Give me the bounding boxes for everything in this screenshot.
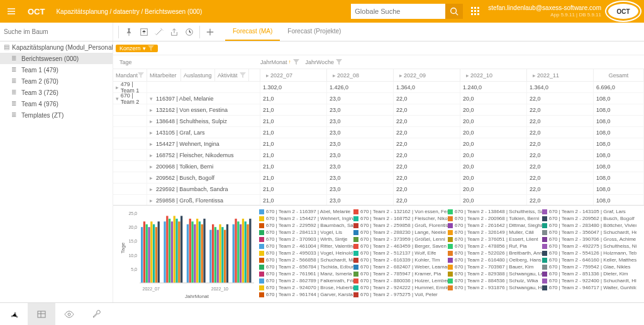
view-eye-icon[interactable] (55, 303, 83, 326)
legend-item[interactable]: 670 | Team 2 - 283480 | Böttcher, Vivien… (542, 223, 636, 228)
legend-item[interactable]: 670 | Team 2 - 168752 | Fleischer, Nikod… (353, 216, 448, 221)
legend-item[interactable]: 670 | Team 2 - 566858 | Schuchardt, Math… (259, 257, 353, 263)
legend-item[interactable]: 670 | Team 2 - 924070 | Brose, Hubertine (259, 285, 353, 290)
add-icon[interactable] (203, 25, 218, 40)
view-chart-icon[interactable] (0, 303, 28, 326)
period-header[interactable]: ▸2022_11 (527, 69, 594, 81)
legend-item[interactable]: 670 | Team 2 - 478856 | Ruf, Pia (448, 243, 542, 249)
table-row[interactable]: ▾670 | Team 2▾116397 | Abel, Melanie21,0… (113, 93, 644, 104)
tree-item[interactable]: ≣Templates (ZT) (0, 109, 113, 121)
table-row[interactable]: ▸200968 | Tolkien, Berni21,023,022,020,0… (113, 161, 644, 172)
legend-item[interactable]: 670 | Team 2 - 229592 | Baumbach, Sandra (259, 223, 353, 228)
legend-item[interactable]: 670 | Team 2 - 922400 | Schuchardt, Hilt… (542, 278, 636, 284)
legend-item[interactable]: 670 | Team 2 - 143105 | Graf, Lars (542, 209, 636, 214)
legend-item[interactable]: 670 | Team 2 - 703987 | Bauer, Kim (448, 264, 542, 270)
period-header[interactable]: ▸2022_07 (260, 69, 327, 81)
legend-item[interactable]: 670 | Team 2 - 975275 | Voll, Peter (353, 292, 448, 297)
period-header[interactable]: ▸2022_08 (327, 69, 394, 81)
search-button[interactable] (445, 4, 463, 19)
legend-item[interactable]: 670 | Team 2 - 259858 | Groß, Florentiss… (353, 223, 448, 228)
legend-item[interactable]: 670 | Team 2 - 829388 | Schwangau, Lele (448, 271, 542, 277)
col-header-auslastung[interactable]: Auslastung (181, 69, 215, 81)
legend-item[interactable]: 670 | Team 2 - 682407 | Weber, Leamara (353, 264, 448, 270)
table-row[interactable]: ▸209562 | Busch, Bogolf21,023,022,020,02… (113, 172, 644, 184)
legend-item[interactable]: 670 | Team 2 - 461004 | Ritter, Valentin… (259, 243, 353, 249)
stack-icon: ≣ (11, 89, 19, 96)
legend-item[interactable]: 670 | Team 2 - 132162 | Von essen, Festi… (353, 209, 448, 214)
legend-item[interactable]: 670 | Team 2 - 116397 | Abel, Melanie (259, 209, 353, 214)
tree-item[interactable]: ≣Team 4 (976) (0, 98, 113, 109)
legend-item[interactable]: 670 | Team 2 - 759542 | Glae, Nikles (542, 264, 636, 270)
col-jahrmonat[interactable]: JahrMonat↑ (260, 59, 299, 65)
table-row[interactable]: ▸259858 | Groß, Florentissa21,023,022,02… (113, 195, 644, 205)
export-icon[interactable] (167, 25, 182, 40)
table-row[interactable]: ▸229592 | Baumbach, Sandra21,023,022,020… (113, 184, 644, 195)
legend-item[interactable]: 670 | Team 2 - 851336 | Dieter, Kim (542, 271, 636, 277)
global-search-input[interactable] (351, 4, 445, 19)
legend-item[interactable]: 670 | Team 2 - 880036 | Holzer, Lembert (353, 278, 448, 284)
pin-icon[interactable] (121, 25, 136, 40)
legend-item[interactable]: 670 | Team 2 - 522026 | Breitbarth, Anna… (448, 250, 542, 256)
legend-item[interactable]: 670 | Team 2 - 656784 | Tschida, Edburga (259, 264, 353, 270)
legend-item[interactable]: 670 | Team 2 - 200968 | Tolkien, Berni (448, 216, 542, 221)
legend-item[interactable]: 670 | Team 2 - 261642 | Dittmar, Sieghar… (448, 223, 542, 228)
tree-item[interactable]: ≣Team 1 (479) (0, 64, 113, 75)
legend-item[interactable]: 670 | Team 2 - 616339 | Kohler, Tim (353, 257, 448, 263)
table-row[interactable]: ▸154427 | Wehnert, Ingina21,023,022,020,… (113, 138, 644, 150)
legend-item[interactable]: 670 | Team 2 - 946717 | Walter, Gunhild (542, 285, 636, 290)
legend-item[interactable]: 670 | Team 2 - 924222 | Hummel, Emrine (353, 285, 448, 290)
legend-item[interactable]: 670 | Team 2 - 862789 | Falkenrath, Frin… (259, 278, 353, 284)
legend-item[interactable]: 670 | Team 2 - 154427 | Wehnert, Ingina (259, 216, 353, 221)
legend-item[interactable]: 670 | Team 2 - 961744 | Garver, Karsta (259, 292, 353, 297)
tree-item[interactable]: ≣Team 3 (726) (0, 87, 113, 98)
history-icon[interactable] (182, 25, 197, 40)
tree-search-input[interactable] (4, 25, 109, 38)
legend-item[interactable]: 670 | Team 2 - 884536 | Schulz, Wika (448, 278, 542, 284)
legend-item[interactable]: 670 | Team 2 - 376051 | Essert, Lilent (448, 236, 542, 242)
hamburger-icon[interactable] (4, 4, 19, 19)
period-header[interactable]: ▸2022_09 (394, 69, 460, 81)
settings-icon[interactable] (136, 25, 152, 40)
legend-item[interactable]: 670 | Team 2 - 495033 | Vogel, Heinold (259, 250, 353, 256)
legend-item[interactable]: 670 | Team 2 - 390706 | Gross, Achime (542, 236, 636, 242)
tree-item[interactable]: ≣Team 2 (670) (0, 75, 113, 87)
legend-item[interactable]: 670 | Team 2 - 138648 | Schultheiss, Sul… (448, 209, 542, 214)
tab-forecast-projekte[interactable]: Forecast (Projekte) (280, 23, 348, 41)
legend-item[interactable]: 670 | Team 2 - 209562 | Busch, Bogolf (542, 216, 636, 221)
legend-item[interactable]: 670 | Team 2 - 785947 | Kramer, Pia (353, 271, 448, 277)
table-row[interactable]: ▸138648 | Schultheiss, Sulpiz21,023,022,… (113, 116, 644, 127)
table-row[interactable]: ▸143105 | Graf, Lars21,023,022,020,022,0… (113, 127, 644, 138)
period-header[interactable]: ▸2022_10 (460, 69, 527, 81)
legend-item[interactable]: 670 | Team 2 - 512137 | Wolf, Elfe (353, 250, 448, 256)
col-header-aktivitat[interactable]: Aktivität (215, 69, 249, 81)
table-row[interactable]: ▸168752 | Fleischer, Nikodemus21,023,022… (113, 150, 644, 161)
legend-item[interactable]: 670 | Team 2 - 373959 | Größel, Lenni (353, 236, 448, 242)
legend-item[interactable]: 670 | Team 2 - 370903 | Wirth, Sintje (259, 236, 353, 242)
apps-grid-icon[interactable] (468, 4, 483, 19)
legend-item[interactable]: 670 | Team 2 - 356047 | Schuchardt, Herm… (542, 229, 636, 235)
legend-item[interactable]: 670 | Team 2 - 931876 | Schwangau, Huber… (448, 285, 542, 290)
legend-item[interactable]: 670 | Team 2 - 463459 | Berger, Saven (353, 243, 448, 249)
table-row[interactable]: ▸479 | Team 11.302,01.426,01.364,01.240,… (113, 82, 644, 93)
user-info[interactable]: stefan.lindenlaub@saxess-software.com Ap… (488, 4, 601, 18)
legend-item[interactable]: 670 | Team 2 - 284113 | Vogel, Lis (259, 229, 353, 235)
wand-icon[interactable] (152, 25, 167, 40)
legend-item[interactable]: 670 | Team 2 - 554126 | Holzmann, Tebbe (542, 250, 636, 256)
view-wrench-icon[interactable] (83, 303, 111, 326)
col-jahrwoche[interactable]: JahrWoche (306, 59, 342, 65)
view-table-icon[interactable] (28, 303, 55, 326)
tab-forecast-ma[interactable]: Forecast (MA) (225, 23, 280, 41)
table-row[interactable]: ▸132162 | Von essen, Festina21,023,022,0… (113, 104, 644, 116)
tree-item[interactable]: ≣Berichtswesen (000) (0, 53, 113, 64)
tree-root[interactable]: ▤ Kapazitätsplanung (Modul_Personalkapaz… (0, 41, 113, 53)
svg-rect-32 (178, 221, 180, 283)
legend-item[interactable]: 670 | Team 2 - 761961 | Manz, Ismeria (259, 271, 353, 277)
legend-item[interactable]: 670 | Team 2 - 326149 | Muller, Cäli (448, 229, 542, 235)
filter-chip-konzern[interactable]: Konzern ▾ (116, 45, 158, 52)
legend-item[interactable]: 670 | Team 2 - 288230 | Lange, Neeke (353, 229, 448, 235)
col-header-mitarbeiter[interactable]: Mitarbeiter (147, 69, 181, 81)
legend-item[interactable]: 670 | Team 2 - 616480 | Oelberg, Hans We… (448, 257, 542, 263)
legend-item[interactable]: 670 | Team 2 - 646160 | Keller, Matthes (542, 257, 636, 263)
legend-item[interactable]: 670 | Team 2 - 492275 | Schultheiss, Nic… (542, 243, 636, 249)
col-header-mandant[interactable]: Mandant (113, 69, 147, 81)
